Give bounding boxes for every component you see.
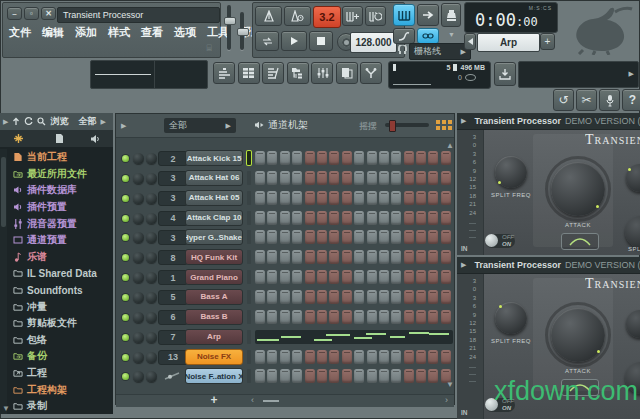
step-cell[interactable] bbox=[416, 250, 426, 264]
step-cell[interactable] bbox=[404, 270, 414, 284]
step-cell[interactable] bbox=[255, 290, 265, 304]
browser-item[interactable]: 剪贴板文件 bbox=[0, 315, 113, 332]
volume-knob[interactable] bbox=[146, 272, 157, 283]
step-cell[interactable] bbox=[428, 369, 438, 383]
trash-icon[interactable]: ⌸ bbox=[207, 43, 212, 54]
help-button[interactable]: ? bbox=[622, 89, 640, 111]
channel-button[interactable]: Bass A bbox=[185, 289, 243, 305]
scroll-down-icon[interactable]: ▼ bbox=[2, 404, 10, 413]
attack-knob[interactable] bbox=[551, 308, 605, 362]
clipboard-button[interactable] bbox=[336, 62, 358, 84]
step-cell[interactable] bbox=[280, 191, 290, 205]
step-cell[interactable] bbox=[354, 191, 364, 205]
step-cell[interactable] bbox=[267, 369, 277, 383]
channel-button[interactable]: Noise F..ation X bbox=[185, 368, 243, 384]
browser-item[interactable]: 通道预置 bbox=[0, 232, 113, 249]
step-cell[interactable] bbox=[379, 151, 389, 165]
step-cell[interactable] bbox=[441, 270, 451, 284]
step-cell[interactable] bbox=[404, 211, 414, 225]
slide-curve-button[interactable] bbox=[393, 28, 415, 44]
step-cell[interactable] bbox=[404, 369, 414, 383]
menu-item[interactable]: 样式 bbox=[108, 25, 130, 40]
step-cell[interactable] bbox=[305, 191, 315, 205]
recording-panel-button[interactable] bbox=[494, 62, 516, 86]
step-cell[interactable] bbox=[391, 369, 401, 383]
step-cell[interactable] bbox=[391, 230, 401, 244]
channel-button[interactable]: Hyper G..Shaker bbox=[185, 229, 243, 245]
step-cell[interactable] bbox=[428, 270, 438, 284]
chevron-right-icon[interactable]: ▶ bbox=[100, 118, 105, 126]
step-cell[interactable] bbox=[391, 211, 401, 225]
step-cell[interactable] bbox=[267, 151, 277, 165]
mic-button[interactable] bbox=[599, 89, 620, 111]
step-cell[interactable] bbox=[354, 310, 364, 324]
step-cell[interactable] bbox=[367, 310, 377, 324]
speaker-tab-icon[interactable] bbox=[90, 134, 101, 144]
step-cell[interactable] bbox=[267, 270, 277, 284]
step-cell[interactable] bbox=[329, 191, 339, 205]
step-cell[interactable] bbox=[379, 350, 389, 364]
browser-item[interactable]: 最近所用文件 bbox=[0, 166, 113, 183]
pan-knob[interactable] bbox=[133, 292, 144, 303]
channel-enable-led[interactable] bbox=[122, 175, 129, 182]
step-cell[interactable] bbox=[367, 290, 377, 304]
step-cell[interactable] bbox=[317, 290, 327, 304]
rack-hscrollbar[interactable]: ‹ › bbox=[251, 395, 448, 407]
volume-knob[interactable] bbox=[146, 312, 157, 323]
undo-button[interactable]: ↺ bbox=[553, 89, 574, 111]
channel-enable-led[interactable] bbox=[122, 373, 129, 380]
step-cell[interactable] bbox=[416, 191, 426, 205]
step-cell[interactable] bbox=[379, 270, 389, 284]
volume-knob[interactable] bbox=[146, 213, 157, 224]
power-toggle[interactable]: OFF ON bbox=[485, 233, 519, 249]
mixer-track-number[interactable]: 8 bbox=[158, 250, 188, 265]
stop-button[interactable] bbox=[309, 31, 333, 51]
master-pitch-handle[interactable] bbox=[237, 28, 249, 36]
step-cell[interactable] bbox=[342, 290, 352, 304]
typing-keyboard-button[interactable] bbox=[441, 3, 461, 27]
step-cell[interactable] bbox=[329, 250, 339, 264]
volume-knob[interactable] bbox=[146, 332, 157, 343]
scroll-down-icon[interactable]: ▼ bbox=[446, 380, 454, 389]
step-cell[interactable] bbox=[267, 230, 277, 244]
volume-knob[interactable] bbox=[146, 193, 157, 204]
channel-rack-button[interactable] bbox=[238, 62, 260, 84]
step-cell[interactable] bbox=[428, 310, 438, 324]
step-cell[interactable] bbox=[255, 270, 265, 284]
step-cell[interactable] bbox=[305, 230, 315, 244]
step-cell[interactable] bbox=[292, 191, 302, 205]
step-cell[interactable] bbox=[292, 310, 302, 324]
step-cell[interactable] bbox=[317, 350, 327, 364]
step-cell[interactable] bbox=[280, 151, 290, 165]
step-cell[interactable] bbox=[391, 270, 401, 284]
step-cell[interactable] bbox=[354, 151, 364, 165]
menu-item[interactable]: 查看 bbox=[141, 25, 163, 40]
mixer-track-number[interactable]: 13 bbox=[158, 350, 188, 365]
step-cell[interactable] bbox=[354, 290, 364, 304]
scroll-left-icon[interactable]: ‹ bbox=[251, 395, 254, 405]
step-cell[interactable] bbox=[280, 211, 290, 225]
plugin-menu-icon[interactable]: ▶ bbox=[461, 261, 466, 269]
channel-button[interactable]: HQ Funk Kit bbox=[185, 249, 243, 265]
pan-knob[interactable] bbox=[133, 252, 144, 263]
step-cell[interactable] bbox=[329, 230, 339, 244]
step-cell[interactable] bbox=[367, 369, 377, 383]
step-cell[interactable] bbox=[441, 230, 451, 244]
step-cell[interactable] bbox=[441, 350, 451, 364]
step-cell[interactable] bbox=[329, 350, 339, 364]
browser-item[interactable]: 包络 bbox=[0, 332, 113, 349]
step-cell[interactable] bbox=[292, 290, 302, 304]
output-monitor-panel[interactable] bbox=[90, 60, 208, 89]
step-cell[interactable] bbox=[329, 270, 339, 284]
step-cell[interactable] bbox=[404, 191, 414, 205]
channel-button[interactable]: Arp bbox=[185, 329, 243, 345]
speaker-small-icon[interactable] bbox=[254, 121, 264, 129]
arrow-up-icon[interactable] bbox=[12, 117, 20, 126]
step-cell[interactable] bbox=[428, 350, 438, 364]
step-cell[interactable] bbox=[305, 350, 315, 364]
mixer-track-number[interactable]: 3 bbox=[158, 191, 188, 206]
step-cell[interactable] bbox=[329, 211, 339, 225]
step-cell[interactable] bbox=[404, 290, 414, 304]
step-cell[interactable] bbox=[441, 290, 451, 304]
step-cell[interactable] bbox=[280, 290, 290, 304]
